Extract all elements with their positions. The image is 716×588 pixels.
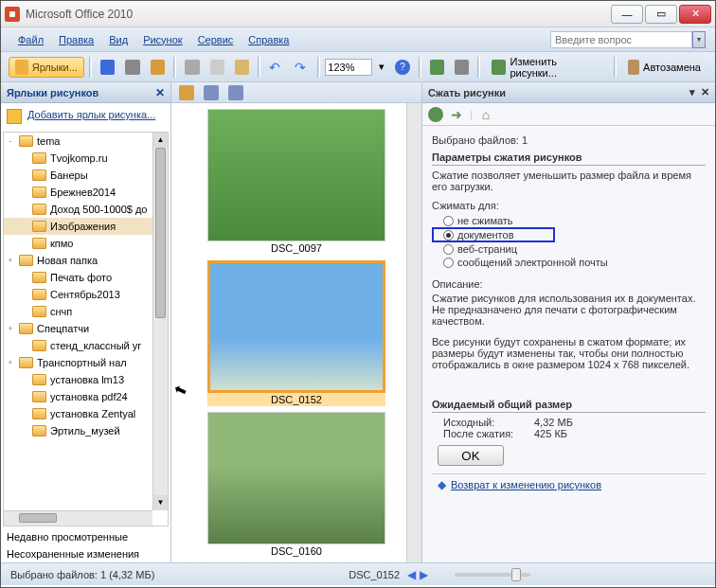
copy-button[interactable] xyxy=(206,57,228,78)
tree-item[interactable]: Банеры xyxy=(4,167,152,184)
autofit-icon xyxy=(430,60,444,75)
close-button[interactable]: ✕ xyxy=(679,5,711,24)
print-icon xyxy=(125,60,139,75)
autofit-button[interactable] xyxy=(426,57,448,78)
thumbnail-caption: DSC_0097 xyxy=(207,241,385,255)
radio-icon xyxy=(443,244,454,255)
tree-item[interactable]: Изображения xyxy=(4,218,152,235)
cut-button[interactable] xyxy=(181,57,203,78)
scroll-thumb[interactable] xyxy=(155,148,166,318)
redo-button[interactable]: ↷ xyxy=(291,57,313,78)
folder-icon xyxy=(19,135,33,147)
folder-icon xyxy=(32,169,46,181)
tree-item-label: Эртиль_музей xyxy=(50,425,120,437)
thumbnail-image xyxy=(207,109,385,241)
tree-item[interactable]: Доход 500-1000$ до xyxy=(4,201,152,218)
tree-item[interactable]: Эртиль_музей xyxy=(4,422,152,439)
radio-icon xyxy=(443,216,454,226)
menu-edit[interactable]: Правка xyxy=(51,31,101,48)
zoom-dropdown[interactable]: ▾ xyxy=(375,57,388,78)
tree-item[interactable]: +Спецпатчи xyxy=(4,320,152,337)
paste-button[interactable] xyxy=(231,57,253,78)
menu-tools[interactable]: Сервис xyxy=(190,31,242,48)
scroll-down-icon[interactable]: ▼ xyxy=(153,495,168,510)
scroll-up-icon[interactable]: ▲ xyxy=(153,133,168,148)
save-button[interactable] xyxy=(97,57,118,78)
back-to-edit-link[interactable]: Возврат к изменению рисунков xyxy=(451,479,601,490)
autocorrect-button[interactable]: Автозамена xyxy=(621,57,707,78)
radio-documents[interactable]: документов xyxy=(432,227,555,242)
thumbnail-item[interactable]: DSC_0152 xyxy=(207,260,385,406)
menu-picture[interactable]: Рисунок xyxy=(135,31,190,48)
print-button[interactable] xyxy=(121,57,143,78)
menu-file[interactable]: Файл xyxy=(10,31,51,48)
tree-item[interactable]: стенд_классный уг xyxy=(4,337,152,354)
rotate-button[interactable] xyxy=(451,57,473,78)
menu-help[interactable]: Справка xyxy=(241,31,296,48)
tree-item-label: установка lm13 xyxy=(50,374,124,385)
edit-pictures-button[interactable]: Изменить рисунки... xyxy=(485,57,609,78)
help-button[interactable]: ? xyxy=(391,57,413,78)
save-icon xyxy=(100,60,115,75)
view-filmstrip-button[interactable] xyxy=(200,82,223,103)
menubar: Файл Правка Вид Рисунок Сервис Справка ▾ xyxy=(1,27,715,52)
mail-icon xyxy=(151,60,165,75)
zoom-slider[interactable] xyxy=(455,573,530,577)
shortcuts-button[interactable]: Ярлыки... xyxy=(9,57,84,78)
view-thumbnails-button[interactable] xyxy=(175,82,198,103)
next-image-button[interactable]: ▶ xyxy=(420,568,428,581)
radio-email[interactable]: сообщений электронной почты xyxy=(432,256,706,269)
folder-icon xyxy=(32,272,46,283)
add-shortcut-icon xyxy=(7,109,22,124)
unsaved-label[interactable]: Несохраненные изменения xyxy=(1,545,170,562)
view-single-button[interactable] xyxy=(224,82,247,103)
thumbnail-item[interactable]: DSC_0097 xyxy=(207,109,385,255)
nav-back-icon[interactable] xyxy=(428,107,443,122)
tree-item[interactable]: +Новая папка xyxy=(4,252,152,269)
app-icon xyxy=(5,7,20,22)
ask-dropdown[interactable]: ▾ xyxy=(692,31,706,48)
tree-item[interactable]: снчп xyxy=(4,303,152,320)
recent-label[interactable]: Недавно просмотренные xyxy=(1,528,170,545)
thumbnail-panel: ⬉ DSC_0097DSC_0152DSC_0160 xyxy=(171,82,421,562)
zoom-input[interactable] xyxy=(325,59,372,76)
tree-item[interactable]: установка lm13 xyxy=(4,371,152,388)
tree-item[interactable]: установка pdf24 xyxy=(4,388,152,405)
ask-question-input[interactable] xyxy=(550,31,692,48)
undo-icon: ↶ xyxy=(269,60,283,75)
tree-hscrollbar[interactable] xyxy=(4,510,152,526)
tree-item[interactable]: кпмо xyxy=(4,235,152,252)
ok-button[interactable]: OK xyxy=(438,445,504,466)
tree-item[interactable]: -tema xyxy=(4,133,152,150)
minimize-button[interactable]: — xyxy=(611,5,643,24)
mail-button[interactable] xyxy=(147,57,169,78)
radio-no-compress[interactable]: не сжимать xyxy=(432,214,706,227)
thumbnail-item[interactable]: DSC_0160 xyxy=(207,412,385,558)
params-section-title: Параметры сжатия рисунков xyxy=(432,151,706,166)
radio-web[interactable]: веб-страниц xyxy=(432,242,706,256)
tree-vscrollbar[interactable]: ▲ ▼ xyxy=(152,133,168,510)
hscroll-thumb[interactable] xyxy=(19,513,57,523)
main-area: Ярлыки рисунков ✕ Добавить ярлык рисунка… xyxy=(1,82,715,562)
maximize-button[interactable]: ▭ xyxy=(645,5,677,24)
tree-item-label: Tvojkomp.ru xyxy=(50,152,108,164)
menu-view[interactable]: Вид xyxy=(101,31,135,48)
undo-button[interactable]: ↶ xyxy=(265,57,287,78)
zoom-slider-knob[interactable] xyxy=(511,568,521,581)
tree-item[interactable]: Печать фото xyxy=(4,269,152,286)
shortcuts-panel-close[interactable]: ✕ xyxy=(155,86,165,99)
add-shortcut-link[interactable]: Добавить ярлык рисунка... xyxy=(27,109,155,120)
panel-dropdown-icon[interactable]: ▾ xyxy=(689,86,695,98)
tree-item[interactable]: +Транспортный нал xyxy=(4,354,152,371)
nav-forward-icon[interactable]: ➜ xyxy=(449,107,464,122)
tree-item[interactable]: установка Zentyal xyxy=(4,405,152,422)
prev-image-button[interactable]: ◀ xyxy=(407,568,416,581)
tree-item[interactable]: Tvojkomp.ru xyxy=(4,150,152,167)
thumbs-vscrollbar[interactable] xyxy=(406,103,421,562)
tree-item[interactable]: Брежнев2014 xyxy=(4,184,152,201)
pager: ◀ ▶ xyxy=(407,568,428,581)
nav-home-icon[interactable]: ⌂ xyxy=(478,107,493,122)
panel-close-icon[interactable]: ✕ xyxy=(701,86,709,98)
tree-item[interactable]: Сентябрь2013 xyxy=(4,286,152,303)
description-label: Описание: xyxy=(432,278,706,290)
